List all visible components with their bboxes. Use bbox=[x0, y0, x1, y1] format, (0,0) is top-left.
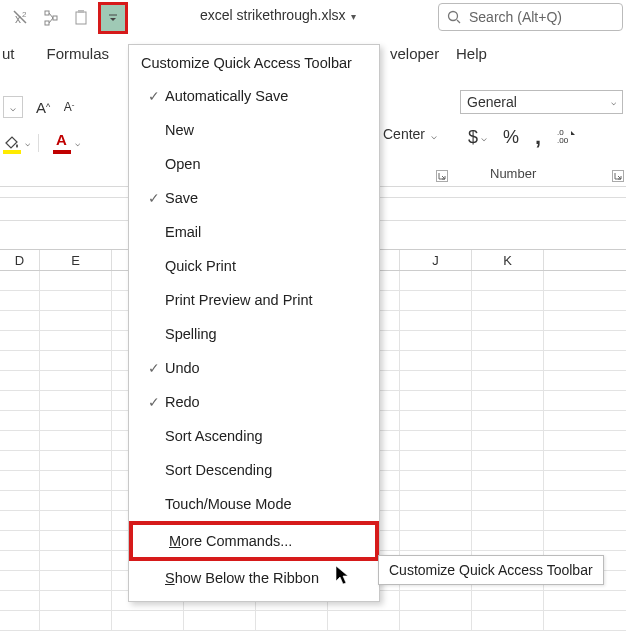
cell[interactable] bbox=[400, 271, 472, 290]
menu-item[interactable]: Sort Descending bbox=[129, 453, 379, 487]
col-header[interactable]: K bbox=[472, 250, 544, 270]
cell[interactable] bbox=[40, 591, 112, 610]
cell[interactable] bbox=[40, 431, 112, 450]
cell[interactable] bbox=[0, 511, 40, 530]
cell[interactable] bbox=[400, 431, 472, 450]
cell[interactable] bbox=[400, 591, 472, 610]
number-format-dropdown[interactable]: General ⌵ bbox=[460, 90, 623, 114]
tab-formulas[interactable]: Formulas bbox=[37, 39, 120, 68]
cell[interactable] bbox=[40, 411, 112, 430]
cell[interactable] bbox=[40, 531, 112, 550]
number-group-launcher[interactable] bbox=[612, 166, 626, 180]
cell[interactable] bbox=[40, 371, 112, 390]
fill-color-button[interactable]: ⌵ bbox=[3, 134, 30, 152]
merge-center-button[interactable]: Center ⌵ bbox=[383, 126, 437, 142]
font-size-dropdown[interactable]: ⌵ bbox=[3, 96, 23, 118]
cell[interactable] bbox=[0, 531, 40, 550]
menu-item[interactable]: ✓Save bbox=[129, 181, 379, 215]
paste-icon[interactable] bbox=[68, 5, 94, 31]
cell[interactable] bbox=[40, 471, 112, 490]
menu-item[interactable]: ✓Automatically Save bbox=[129, 79, 379, 113]
cell[interactable] bbox=[472, 291, 544, 310]
cell[interactable] bbox=[40, 511, 112, 530]
cell[interactable] bbox=[472, 591, 544, 610]
cell[interactable] bbox=[40, 571, 112, 590]
cell[interactable] bbox=[400, 491, 472, 510]
cell[interactable] bbox=[0, 591, 40, 610]
cell[interactable] bbox=[40, 491, 112, 510]
menu-item[interactable]: New bbox=[129, 113, 379, 147]
cell[interactable] bbox=[328, 611, 400, 630]
cell[interactable] bbox=[0, 551, 40, 570]
cell[interactable] bbox=[40, 551, 112, 570]
chart-icon[interactable] bbox=[38, 5, 64, 31]
increase-decimal-button[interactable]: .0.00 bbox=[557, 128, 577, 147]
cell[interactable] bbox=[472, 271, 544, 290]
cell[interactable] bbox=[0, 351, 40, 370]
menu-item[interactable]: Touch/Mouse Mode bbox=[129, 487, 379, 521]
cell[interactable] bbox=[400, 291, 472, 310]
menu-item[interactable]: Quick Print bbox=[129, 249, 379, 283]
cell[interactable] bbox=[400, 371, 472, 390]
col-header[interactable]: J bbox=[400, 250, 472, 270]
grow-font-button[interactable]: A^ bbox=[31, 96, 55, 118]
search-input[interactable]: Search (Alt+Q) bbox=[438, 3, 623, 31]
cell[interactable] bbox=[40, 451, 112, 470]
cell[interactable] bbox=[40, 351, 112, 370]
cell[interactable] bbox=[0, 291, 40, 310]
cell[interactable] bbox=[0, 391, 40, 410]
cell[interactable] bbox=[472, 511, 544, 530]
cell[interactable] bbox=[0, 431, 40, 450]
cell[interactable] bbox=[400, 331, 472, 350]
cell[interactable] bbox=[400, 351, 472, 370]
cell[interactable] bbox=[0, 451, 40, 470]
cell[interactable] bbox=[40, 311, 112, 330]
cell[interactable] bbox=[112, 611, 184, 630]
cell[interactable] bbox=[472, 371, 544, 390]
cell[interactable] bbox=[0, 571, 40, 590]
comma-button[interactable]: , bbox=[535, 124, 541, 150]
cell[interactable] bbox=[184, 611, 256, 630]
cell[interactable] bbox=[0, 371, 40, 390]
menu-item-show-below[interactable]: Show Below the Ribbon bbox=[129, 561, 379, 595]
menu-item[interactable]: Print Preview and Print bbox=[129, 283, 379, 317]
cell[interactable] bbox=[40, 331, 112, 350]
cell[interactable] bbox=[400, 391, 472, 410]
cell[interactable] bbox=[472, 611, 544, 630]
cell[interactable] bbox=[0, 271, 40, 290]
cell[interactable] bbox=[0, 311, 40, 330]
cell[interactable] bbox=[40, 291, 112, 310]
menu-item[interactable]: Spelling bbox=[129, 317, 379, 351]
cell[interactable] bbox=[472, 491, 544, 510]
cell[interactable] bbox=[40, 391, 112, 410]
menu-item[interactable]: Open bbox=[129, 147, 379, 181]
cell[interactable] bbox=[40, 611, 112, 630]
font-color-button[interactable]: A ⌵ bbox=[53, 134, 80, 152]
cell[interactable] bbox=[0, 471, 40, 490]
cell[interactable] bbox=[0, 331, 40, 350]
tab-partial-left[interactable]: ut bbox=[0, 39, 25, 68]
col-header[interactable]: D bbox=[0, 250, 40, 270]
menu-item[interactable]: ✓Undo bbox=[129, 351, 379, 385]
qat-customize-button[interactable] bbox=[101, 5, 125, 31]
cell[interactable] bbox=[472, 531, 544, 550]
cell[interactable] bbox=[472, 431, 544, 450]
cell[interactable] bbox=[472, 391, 544, 410]
menu-item[interactable]: Email bbox=[129, 215, 379, 249]
col-header[interactable]: E bbox=[40, 250, 112, 270]
strikethrough-icon[interactable]: x2 bbox=[8, 5, 34, 31]
menu-item[interactable]: ✓Redo bbox=[129, 385, 379, 419]
cell[interactable] bbox=[472, 331, 544, 350]
menu-item-more-commands[interactable]: More Commands... bbox=[129, 521, 379, 561]
cell[interactable] bbox=[400, 611, 472, 630]
cell[interactable] bbox=[400, 411, 472, 430]
cell[interactable] bbox=[400, 471, 472, 490]
cell[interactable] bbox=[472, 451, 544, 470]
document-title[interactable]: excel strikethrough.xlsx ▾ bbox=[200, 7, 356, 23]
menu-item[interactable]: Sort Ascending bbox=[129, 419, 379, 453]
cell[interactable] bbox=[472, 311, 544, 330]
cell[interactable] bbox=[400, 531, 472, 550]
alignment-group-launcher[interactable] bbox=[436, 166, 448, 184]
cell[interactable] bbox=[0, 491, 40, 510]
tab-help[interactable]: Help bbox=[446, 39, 497, 68]
